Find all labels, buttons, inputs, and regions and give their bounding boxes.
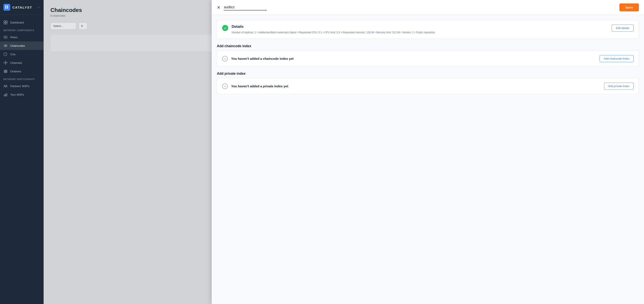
- cas-icon: [4, 52, 8, 56]
- svg-rect-7: [6, 23, 7, 24]
- sidebar-item-chaincodes[interactable]: Chaincodes: [0, 41, 44, 50]
- chaincode-index-section: Add chaincode index You haven't added a …: [217, 44, 639, 67]
- svg-rect-6: [4, 23, 5, 24]
- svg-point-9: [5, 62, 6, 63]
- sidebar-item-partners-msps[interactable]: Partners' MSPs: [0, 82, 44, 90]
- add-chaincode-index-button[interactable]: Add chaincode index: [600, 55, 634, 62]
- details-card: Details Number of replicas: 1 • intellec…: [217, 20, 639, 39]
- svg-rect-5: [6, 21, 7, 22]
- sidebar-item-your-msps-label: Your MSPs: [10, 93, 24, 96]
- sidebar-item-chaincodes-label: Chaincodes: [10, 44, 25, 47]
- sidebar-item-cas[interactable]: CAs: [0, 50, 44, 58]
- svg-rect-4: [4, 21, 5, 22]
- app-name: CATALYST: [12, 5, 32, 9]
- svg-rect-14: [4, 70, 7, 71]
- svg-point-12: [5, 61, 6, 62]
- chaincode-name-input[interactable]: [224, 4, 266, 10]
- svg-point-11: [7, 63, 7, 63]
- dashboard-icon: [4, 20, 8, 24]
- chaincode-index-card: You haven't added a chaincode index yet …: [217, 51, 639, 67]
- details-content: Details Number of replicas: 1 • intellec…: [232, 24, 608, 35]
- private-index-section: Add private index You haven't added a pr…: [217, 72, 639, 94]
- network-components-label: Network components: [0, 27, 44, 33]
- sidebar-item-channels[interactable]: Channels: [0, 58, 44, 67]
- add-private-index-button[interactable]: Add private index: [604, 83, 634, 90]
- main-area: Chaincodes 0 chaincodes Select... You ha…: [44, 0, 644, 304]
- panel-body: Details Number of replicas: 1 • intellec…: [212, 15, 644, 304]
- details-meta: Number of replicas: 1 • intellecteu/fabr…: [232, 30, 608, 35]
- svg-rect-2: [5, 7, 6, 8]
- chaincode-panel: ✕ Save Details Number of replicas: 1 • i…: [212, 0, 644, 304]
- panel-header: ✕ Save: [212, 0, 644, 15]
- svg-point-13: [5, 64, 6, 64]
- svg-rect-3: [7, 7, 8, 8]
- sidebar-item-partners-msps-label: Partners' MSPs: [10, 85, 30, 88]
- private-index-empty-text: You haven't added a private index yet: [231, 84, 600, 88]
- svg-rect-16: [4, 72, 7, 73]
- details-title: Details: [232, 24, 608, 29]
- svg-rect-0: [5, 5, 6, 7]
- partners-icon: [4, 84, 8, 88]
- panel-overlay: ✕ Save Details Number of replicas: 1 • i…: [44, 0, 644, 304]
- network-participants-label: Network participants: [0, 76, 44, 82]
- private-index-empty-icon: [222, 83, 228, 89]
- check-icon: [222, 25, 228, 31]
- svg-rect-21: [6, 94, 7, 96]
- svg-point-10: [4, 63, 4, 63]
- peers-icon: [4, 35, 8, 39]
- svg-rect-15: [4, 71, 7, 72]
- chaincode-index-empty-text: You haven't added a chaincode index yet: [231, 57, 596, 60]
- sidebar-item-peers[interactable]: Peers: [0, 33, 44, 41]
- svg-rect-1: [7, 5, 8, 7]
- svg-rect-20: [5, 94, 6, 96]
- sidebar: CATALYST ‹ Dashboard Network components: [0, 0, 44, 304]
- sidebar-item-channels-label: Channels: [10, 61, 22, 64]
- edit-details-button[interactable]: Edit details: [612, 24, 634, 32]
- channels-icon: [4, 61, 8, 65]
- svg-rect-8: [4, 36, 7, 38]
- sidebar-nav: Dashboard Network components Peers Chain…: [0, 15, 44, 304]
- panel-save-button[interactable]: Save: [620, 3, 639, 11]
- sidebar-item-orderers[interactable]: Orderers: [0, 67, 44, 76]
- sidebar-collapse-button[interactable]: ‹: [38, 4, 40, 10]
- sidebar-item-orderers-label: Orderers: [10, 70, 21, 73]
- panel-close-button[interactable]: ✕: [217, 5, 220, 10]
- sidebar-item-dashboard[interactable]: Dashboard: [0, 18, 44, 27]
- private-index-section-title: Add private index: [217, 72, 639, 76]
- chaincode-index-empty-icon: [222, 56, 228, 61]
- chaincode-index-section-title: Add chaincode index: [217, 44, 639, 48]
- msps-icon: [4, 92, 8, 97]
- chaincodes-icon: [4, 43, 8, 48]
- sidebar-logo: CATALYST ‹: [0, 0, 44, 15]
- sidebar-item-your-msps[interactable]: Your MSPs: [0, 90, 44, 99]
- svg-rect-19: [4, 95, 5, 96]
- orderers-icon: [4, 69, 8, 73]
- sidebar-item-cas-label: CAs: [10, 53, 16, 56]
- svg-point-17: [4, 85, 5, 86]
- sidebar-item-peers-label: Peers: [10, 36, 18, 39]
- sidebar-item-dashboard-label: Dashboard: [10, 21, 24, 24]
- logo-icon: [4, 4, 10, 11]
- private-index-card: You haven't added a private index yet Ad…: [217, 78, 639, 94]
- svg-point-18: [6, 85, 7, 86]
